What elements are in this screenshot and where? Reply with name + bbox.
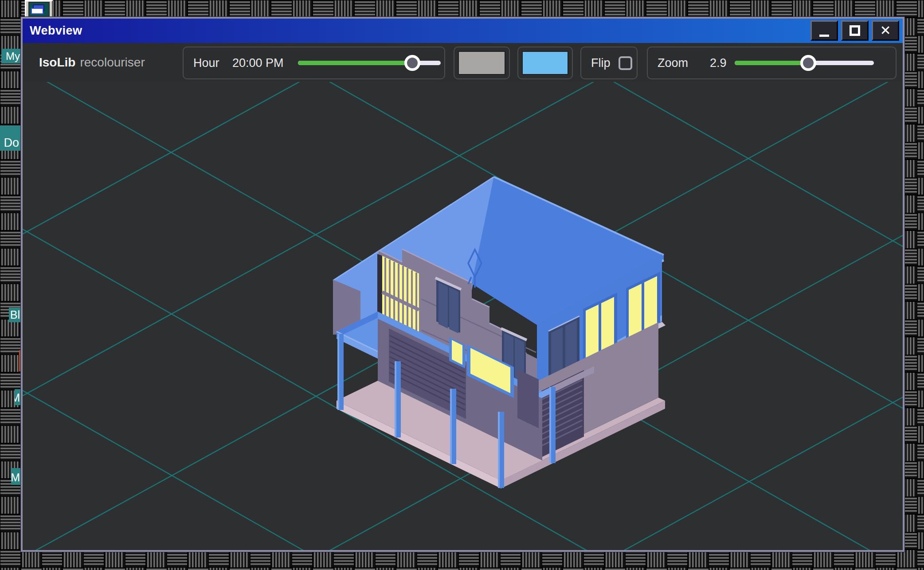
toolbar: IsoLib recolouriser Hour 20:00 PM Flip <box>23 43 903 82</box>
building <box>333 177 666 488</box>
hour-label: Hour <box>193 47 219 78</box>
flip-checkbox[interactable] <box>619 56 632 70</box>
close-button[interactable]: ✕ <box>872 20 899 41</box>
zoom-slider[interactable] <box>735 61 874 65</box>
minimize-icon <box>819 35 829 37</box>
color-swatch-group-2 <box>517 47 573 79</box>
desktop-icon-label[interactable]: M <box>15 389 21 405</box>
close-icon: ✕ <box>880 24 891 37</box>
zoom-slider-thumb[interactable] <box>800 55 816 71</box>
titlebar[interactable]: Webview ✕ <box>23 19 903 43</box>
window-controls: ✕ <box>810 20 899 41</box>
desktop-icon-label[interactable]: Do <box>0 125 20 151</box>
app-name: IsoLib <box>39 55 75 70</box>
color-swatch-group-1 <box>454 47 510 79</box>
client-area: IsoLib recolouriser Hour 20:00 PM Flip <box>23 43 903 550</box>
window-title: Webview <box>30 24 82 38</box>
desktop-icon-label[interactable]: Bl <box>9 308 21 322</box>
zoom-group: Zoom 2.9 <box>647 47 897 79</box>
isometric-canvas[interactable] <box>23 82 903 550</box>
color-swatch-gray[interactable] <box>458 51 505 75</box>
desktop-icon-label[interactable]: My <box>1 49 21 63</box>
zoom-label: Zoom <box>658 47 688 78</box>
webview-window: Webview ✕ IsoLib recolouriser Hour 20:00… <box>21 17 904 552</box>
maximize-icon <box>850 25 860 36</box>
color-swatch-blue[interactable] <box>522 51 568 75</box>
display-icon <box>28 2 50 17</box>
app-subtitle: recolouriser <box>80 55 145 70</box>
app-title: IsoLib recolouriser <box>39 43 145 82</box>
desktop-icon-label[interactable]: M <box>11 468 21 485</box>
maximize-button[interactable] <box>841 20 869 41</box>
zoom-slider-fill <box>735 61 808 65</box>
hour-slider[interactable] <box>298 61 441 65</box>
hour-slider-thumb[interactable] <box>404 55 420 71</box>
hour-slider-fill <box>298 61 412 65</box>
desktop-icon-display[interactable] <box>25 0 53 19</box>
minimize-button[interactable] <box>810 20 838 41</box>
zoom-value: 2.9 <box>710 47 727 78</box>
flip-label: Flip <box>591 47 611 78</box>
hour-value: 20:00 PM <box>232 47 284 78</box>
hour-group: Hour 20:00 PM <box>183 47 445 79</box>
flip-group: Flip <box>580 47 638 79</box>
